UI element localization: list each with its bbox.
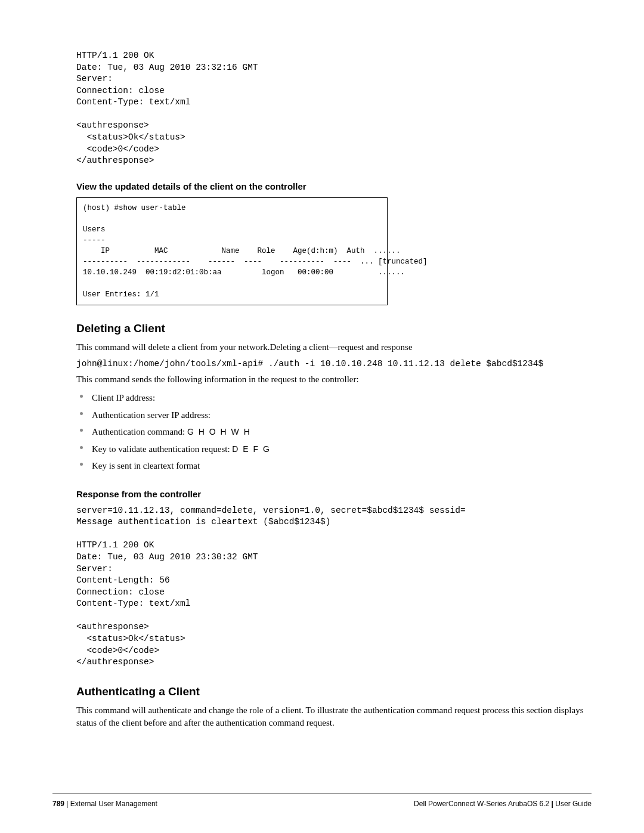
heading-deleting-client: Deleting a Client — [76, 322, 590, 335]
list-item-text: Key is sent in cleartext format — [92, 461, 200, 470]
list-item-text: Client IP address: — [92, 393, 155, 402]
footer-right-text: User Guide — [555, 800, 592, 808]
list-item: Client IP address: — [76, 389, 590, 407]
footer-right-product: Dell PowerConnect W-Series ArubaOS 6.2 — [414, 800, 549, 808]
delete-paragraph-2: This command sends the following informa… — [76, 373, 590, 386]
list-item: Key is sent in cleartext format — [76, 457, 590, 475]
list-item-code: D E F G — [232, 444, 271, 454]
page-footer: 789 | External User Management Dell Powe… — [52, 793, 592, 808]
list-item-text: Authentication command: — [92, 427, 187, 436]
footer-right: Dell PowerConnect W-Series ArubaOS 6.2 |… — [414, 800, 592, 808]
list-item: Authentication command: G H O H W H — [76, 423, 590, 441]
bullet-list: Client IP address: Authentication server… — [76, 389, 590, 475]
list-item: Authentication server IP address: — [76, 407, 590, 424]
footer-left-sep: | — [64, 800, 70, 808]
page: HTTP/1.1 200 OK Date: Tue, 03 Aug 2010 2… — [0, 0, 644, 833]
auth-paragraph-1: This command will authenticate and chang… — [76, 704, 590, 730]
http-response-block-2: server=10.11.12.13, command=delete, vers… — [76, 505, 590, 668]
footer-right-sep: | — [549, 800, 555, 808]
delete-command: john@linux:/home/john/tools/xml-api# ./a… — [76, 359, 590, 368]
footer-left: 789 | External User Management — [52, 800, 157, 808]
heading-view-details: View the updated details of the client o… — [76, 181, 590, 191]
footer-left-text: External User Management — [70, 800, 157, 808]
list-item-text: Authentication server IP address: — [92, 410, 210, 420]
list-item-text: Key to validate authentication request: — [92, 444, 232, 454]
heading-authenticating-client: Authenticating a Client — [76, 685, 590, 698]
list-item-code: G H O H W H — [187, 427, 251, 436]
footer-page-number: 789 — [52, 800, 64, 808]
delete-paragraph-1: This command will delete a client from y… — [76, 341, 590, 354]
list-item: Key to validate authentication request: … — [76, 441, 590, 458]
heading-response-controller: Response from the controller — [76, 489, 590, 499]
http-response-block-1: HTTP/1.1 200 OK Date: Tue, 03 Aug 2010 2… — [76, 50, 590, 167]
user-table-box: (host) #show user-table Users ----- IP M… — [76, 197, 388, 305]
